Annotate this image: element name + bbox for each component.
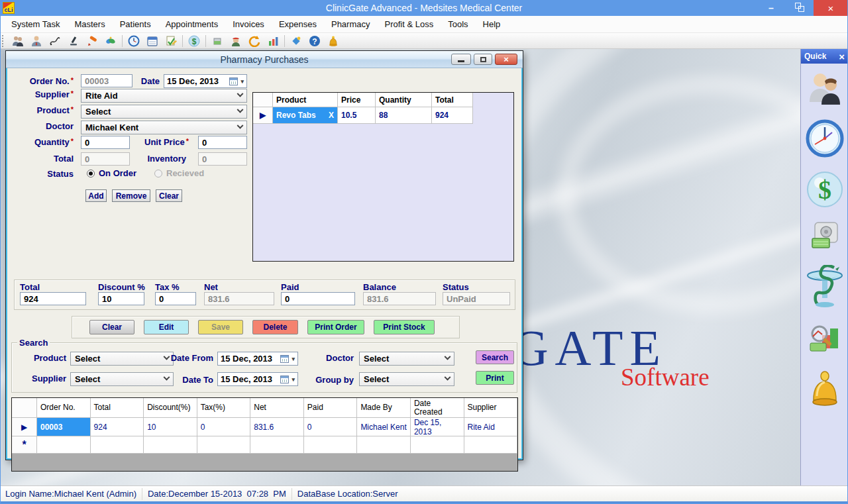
staff-icon[interactable] (30, 34, 43, 48)
empty-cell[interactable] (411, 436, 464, 454)
group-by-combobox[interactable]: Select (359, 372, 454, 386)
print-stock-button[interactable]: Print Stock (374, 320, 435, 334)
col-quantity[interactable]: Quantity (376, 93, 432, 107)
calendar-icon[interactable] (280, 355, 289, 363)
dropdown-arrow-icon[interactable]: ▾ (240, 78, 244, 85)
save-button[interactable]: Save (198, 320, 243, 334)
help-icon[interactable]: ? (308, 34, 321, 48)
menu-pharmacy[interactable]: Pharmacy (324, 16, 378, 33)
procedures-icon[interactable] (104, 34, 117, 48)
col-paid[interactable]: Paid (304, 398, 358, 418)
cleanup-icon[interactable] (290, 34, 303, 48)
col-tax[interactable]: Tax(%) (197, 398, 251, 418)
dropdown-arrow-icon[interactable]: ▾ (292, 376, 295, 383)
payments-icon[interactable]: $ (187, 34, 201, 48)
menu-invoices[interactable]: Invoices (225, 16, 272, 33)
minimize-button[interactable]: – (758, 0, 784, 16)
col-total[interactable]: Total (91, 398, 144, 418)
col-date-created[interactable]: Date Created (411, 398, 464, 418)
empty-cell[interactable] (37, 436, 91, 454)
cell-tax[interactable]: 0 (197, 418, 251, 436)
search-button[interactable]: Search (476, 350, 514, 364)
col-supplier[interactable]: Supplier (464, 398, 518, 418)
cell-supplier[interactable]: Rite Aid (464, 418, 518, 436)
cell-made-by[interactable]: Michael Kent (357, 418, 411, 436)
close-button[interactable]: × (814, 0, 848, 16)
unit-price-field[interactable] (198, 136, 247, 149)
calendar-icon[interactable] (229, 77, 238, 85)
empty-cell[interactable] (144, 436, 197, 454)
patient-record-icon[interactable] (229, 34, 242, 48)
search-product-combobox[interactable]: Select (70, 352, 174, 366)
quick-pharmacy-icon[interactable] (805, 265, 845, 311)
billing-icon[interactable] (164, 34, 178, 48)
menu-patients[interactable]: Patients (113, 16, 158, 33)
cell-paid[interactable]: 0 (304, 418, 358, 436)
calendar-icon[interactable] (146, 34, 159, 48)
status-on-order-option[interactable]: On Order (87, 168, 136, 178)
quick-panel-header[interactable]: Quick × (801, 49, 848, 64)
col-discount[interactable]: Discount(%) (144, 398, 197, 418)
add-button[interactable]: Add (85, 189, 107, 202)
marker-icon[interactable] (85, 34, 99, 48)
quick-reminders-icon[interactable] (808, 370, 841, 411)
cell-total[interactable]: 924 (432, 107, 473, 124)
quick-analysis-icon[interactable] (808, 322, 842, 359)
dialog-maximize-button[interactable] (474, 54, 492, 65)
row-selector-cell[interactable]: ▶ (253, 107, 273, 124)
totals-tax-field[interactable] (155, 292, 196, 305)
restore-button[interactable] (787, 0, 814, 16)
items-grid-row[interactable]: ▶ Revo TabsX 10.5 88 924 (253, 107, 513, 124)
orders-grid-row[interactable]: ▶ 00003 924 10 0 831.6 0 Michael Kent De… (12, 418, 517, 436)
menu-system-task[interactable]: System Task (4, 16, 67, 33)
orders-grid-new-row[interactable]: * (12, 436, 517, 454)
menu-profit-loss[interactable]: Profit & Loss (378, 16, 441, 33)
remove-item-icon[interactable]: X (329, 111, 334, 120)
order-no-field[interactable] (81, 74, 132, 87)
quick-close-icon[interactable]: × (839, 51, 845, 62)
search-supplier-combobox[interactable]: Select (70, 372, 174, 386)
delete-button[interactable]: Delete (252, 320, 298, 334)
product-combobox[interactable]: Select (81, 105, 247, 119)
empty-cell[interactable] (357, 436, 411, 454)
cell-price[interactable]: 10.5 (338, 107, 376, 124)
totals-total-field[interactable] (20, 292, 86, 305)
patients-icon[interactable] (11, 34, 25, 48)
search-doctor-combobox[interactable]: Select (359, 352, 454, 366)
dialog-titlebar[interactable]: Pharmacy Purchases × (6, 51, 523, 68)
signature-icon[interactable] (48, 34, 62, 48)
refresh-icon[interactable] (248, 34, 261, 48)
menu-appointments[interactable]: Appointments (158, 16, 226, 33)
col-order-no[interactable]: Order No. (37, 398, 91, 418)
supplier-combobox[interactable]: Rite Aid (81, 89, 247, 103)
cell-order-no[interactable]: 00003 (37, 418, 91, 436)
col-made-by[interactable]: Made By (357, 398, 411, 418)
cell-net[interactable]: 831.6 (250, 418, 304, 436)
totals-discount-field[interactable] (98, 292, 144, 305)
col-product[interactable]: Product (273, 93, 338, 107)
totals-paid-field[interactable] (281, 292, 355, 305)
doctor-combobox[interactable]: Michael Kent (81, 121, 247, 134)
print-order-button[interactable]: Print Order (307, 320, 364, 334)
date-to-picker[interactable]: 15 Dec, 2013▾ (217, 372, 298, 386)
instrument-icon[interactable] (67, 34, 80, 48)
dropdown-arrow-icon[interactable]: ▾ (292, 356, 295, 362)
col-net[interactable]: Net (250, 398, 304, 418)
menu-help[interactable]: Help (476, 16, 508, 33)
cell-date-created[interactable]: Dec 15, 2013 (411, 418, 464, 436)
clear-button[interactable]: Clear (89, 320, 134, 334)
menu-masters[interactable]: Masters (67, 16, 112, 33)
cell-discount[interactable]: 10 (144, 418, 197, 436)
quick-expenses-icon[interactable] (810, 221, 840, 254)
edit-button[interactable]: Edit (144, 320, 189, 334)
col-price[interactable]: Price (338, 93, 376, 107)
print-button[interactable]: Print (476, 371, 514, 385)
date-picker[interactable]: 15 Dec, 2013▾ (164, 74, 247, 88)
empty-cell[interactable] (91, 436, 144, 454)
dialog-close-button[interactable]: × (495, 54, 517, 65)
quick-payments-icon[interactable]: $ (806, 171, 843, 211)
menu-tools[interactable]: Tools (441, 16, 475, 33)
empty-cell[interactable] (304, 436, 358, 454)
quick-patients-icon[interactable] (807, 70, 843, 109)
calendar-icon[interactable] (280, 376, 289, 383)
